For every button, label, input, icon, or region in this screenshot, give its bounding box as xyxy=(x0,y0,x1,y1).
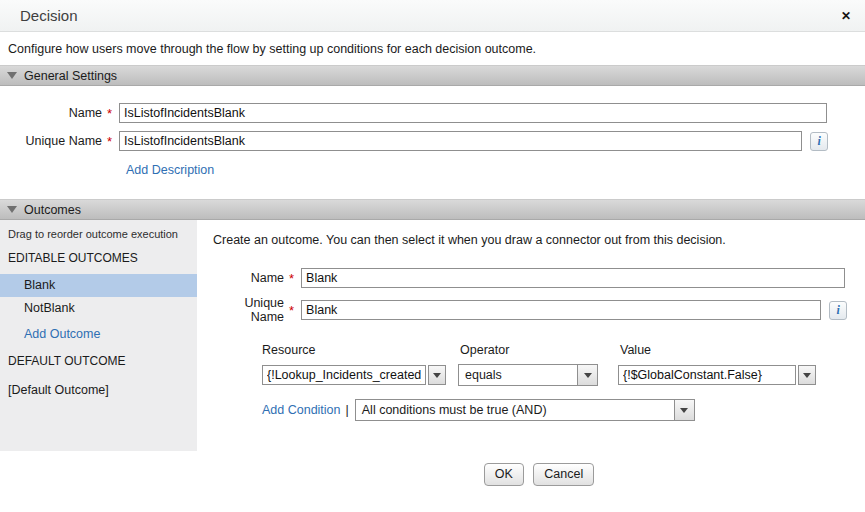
cancel-button[interactable]: Cancel xyxy=(533,463,594,486)
condition-grid: Resource Operator Value equals xyxy=(262,343,865,421)
section-header-general-settings[interactable]: General Settings xyxy=(0,65,865,86)
default-outcome-heading: DEFAULT OUTCOME xyxy=(8,354,189,368)
outcome-unique-name-label: Unique Name xyxy=(213,296,284,324)
collapse-triangle-icon xyxy=(7,72,17,79)
dialog-footer: OK Cancel xyxy=(213,463,865,486)
name-row: Name * xyxy=(0,103,865,123)
section-title: Outcomes xyxy=(24,203,81,217)
unique-name-field[interactable] xyxy=(119,131,802,151)
required-asterisk: * xyxy=(107,106,112,121)
general-settings-form: Name * Unique Name * i Add Description xyxy=(0,86,865,199)
outcomes-body: Drag to reorder outcome execution EDITAB… xyxy=(0,220,865,486)
ok-button[interactable]: OK xyxy=(484,463,524,486)
unique-name-label: Unique Name xyxy=(0,134,102,148)
outcome-item-blank[interactable]: Blank xyxy=(0,274,197,297)
dialog-description: Configure how users move through the flo… xyxy=(0,32,865,65)
condition-logic-selected-value: All conditions must be true (AND) xyxy=(356,403,674,417)
unique-name-row: Unique Name * i xyxy=(0,131,865,151)
operator-dropdown-button[interactable] xyxy=(577,365,597,385)
value-combobox xyxy=(618,365,816,385)
resource-input[interactable] xyxy=(262,365,426,385)
page-title: Decision xyxy=(20,7,78,24)
operator-selected-value: equals xyxy=(459,368,577,382)
default-outcome-item[interactable]: [Default Outcome] xyxy=(0,377,197,401)
outcome-name-field[interactable] xyxy=(301,268,845,288)
outcome-unique-name-field[interactable] xyxy=(301,300,821,320)
section-title: General Settings xyxy=(24,69,117,83)
required-asterisk: * xyxy=(289,271,294,286)
add-outcome-link[interactable]: Add Outcome xyxy=(24,327,100,341)
name-field[interactable] xyxy=(119,103,827,123)
info-icon[interactable]: i xyxy=(829,301,847,320)
condition-column-headers: Resource Operator Value xyxy=(262,343,865,357)
outcome-unique-name-row: Unique Name * i xyxy=(213,296,865,324)
dialog-titlebar: Decision ✕ xyxy=(0,0,865,32)
editable-outcomes-heading: EDITABLE OUTCOMES xyxy=(8,251,189,265)
condition-logic-select[interactable]: All conditions must be true (AND) xyxy=(355,399,695,421)
collapse-triangle-icon xyxy=(7,206,17,213)
value-input[interactable] xyxy=(618,365,796,385)
outcome-editor: Create an outcome. You can then select i… xyxy=(197,220,865,486)
outcome-intro-text: Create an outcome. You can then select i… xyxy=(213,233,865,247)
required-asterisk: * xyxy=(289,303,294,318)
outcome-name-label: Name xyxy=(213,271,284,285)
chevron-down-icon xyxy=(433,373,441,378)
operator-column-header: Operator xyxy=(460,343,620,357)
required-asterisk: * xyxy=(107,134,112,149)
add-condition-link[interactable]: Add Condition xyxy=(262,403,341,417)
condition-logic-dropdown-button[interactable] xyxy=(674,400,694,420)
value-column-header: Value xyxy=(620,343,651,357)
chevron-down-icon xyxy=(680,408,688,413)
chevron-down-icon xyxy=(584,373,592,378)
outcome-item-notblank[interactable]: NotBlank xyxy=(0,297,197,320)
chevron-down-icon xyxy=(803,373,811,378)
resource-column-header: Resource xyxy=(262,343,460,357)
add-description-link[interactable]: Add Description xyxy=(126,163,214,177)
value-dropdown-button[interactable] xyxy=(798,365,816,385)
outcome-name-row: Name * xyxy=(213,268,865,288)
drag-hint-text: Drag to reorder outcome execution xyxy=(0,228,197,240)
outcomes-sidebar: Drag to reorder outcome execution EDITAB… xyxy=(0,220,197,451)
condition-row: equals xyxy=(262,364,865,386)
info-icon[interactable]: i xyxy=(810,132,828,151)
resource-dropdown-button[interactable] xyxy=(428,365,446,385)
close-icon[interactable]: ✕ xyxy=(841,10,851,22)
separator: | xyxy=(346,403,349,417)
resource-combobox xyxy=(262,365,446,385)
section-header-outcomes[interactable]: Outcomes xyxy=(0,199,865,220)
name-label: Name xyxy=(0,106,102,120)
operator-select[interactable]: equals xyxy=(458,364,598,386)
add-condition-row: Add Condition | All conditions must be t… xyxy=(262,399,865,421)
